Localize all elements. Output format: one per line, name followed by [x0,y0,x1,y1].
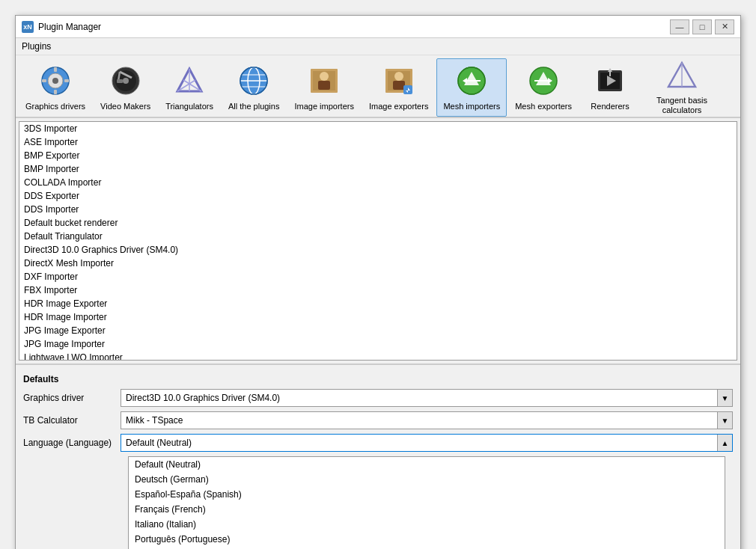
graphics-driver-combo[interactable]: Direct3D 10.0 Graphics Driver (SM4.0) ▼ [121,389,733,407]
tab-video-makers[interactable]: Video Makers [94,58,157,117]
language-row: Language (Language) Default (Neutral) ▲ [23,434,733,452]
renderers-icon [592,63,628,99]
tab-all-plugins[interactable]: All the plugins [222,58,287,117]
defaults-section: Defaults Graphics driver Direct3D 10.0 G… [16,368,740,549]
plugin-manager-window: xN Plugin Manager — □ ✕ Plugins [15,15,741,549]
svg-rect-3 [42,79,46,82]
plugin-item[interactable]: DirectX Mesh Importer [19,257,737,270]
tb-calculator-arrow[interactable]: ▼ [717,412,732,429]
svg-rect-4 [64,79,69,82]
app-icon: xN [22,21,34,33]
graphics-drivers-label: Graphics drivers [25,102,85,111]
graphics-driver-row: Graphics driver Direct3D 10.0 Graphics D… [23,389,733,407]
tb-calculator-value: Mikk - TSpace [126,415,714,426]
tab-mesh-exporters[interactable]: Mesh exporters [508,58,579,117]
maximize-button[interactable]: □ [692,19,712,34]
language-value: Default (Neutral) [126,438,714,448]
mesh-importers-icon [454,63,490,99]
plugin-item[interactable]: COLLADA Importer [19,176,737,189]
minimize-button[interactable]: — [670,19,689,34]
svg-point-2 [52,78,58,84]
plugin-item[interactable]: DXF Importer [19,270,737,283]
toolbar: Graphics drivers Video Makers [16,55,740,118]
plugins-menu[interactable]: Plugins [22,41,51,52]
plugin-item[interactable]: HDR Image Importer [19,310,737,324]
graphics-drivers-icon [37,63,73,99]
renderers-label: Renderers [591,102,629,111]
titlebar-controls: — □ ✕ [670,19,734,34]
language-combo[interactable]: Default (Neutral) ▲ [121,434,733,452]
tab-image-importers[interactable]: Image importers [287,58,360,117]
tangent-basis-icon [664,60,700,93]
language-dropdown[interactable]: Default (Neutral)Deutsch (German)Español… [128,456,725,549]
mesh-importers-label: Mesh importers [443,102,500,111]
graphics-driver-value: Direct3D 10.0 Graphics Driver (SM4.0) [126,393,714,403]
image-exporters-label: Image exporters [369,102,428,111]
plugin-item[interactable]: BMP Exporter [19,149,737,162]
svg-rect-12 [117,79,123,83]
window-title: Plugin Manager [38,22,670,32]
plugin-item[interactable]: Default bucket renderer [19,216,737,230]
video-makers-icon [108,63,144,99]
all-plugins-icon [236,63,272,99]
svg-rect-6 [54,90,57,94]
language-label: Language (Language) [23,438,121,448]
plugin-item[interactable]: 3DS Importer [19,122,737,135]
language-option-espanol-spanish[interactable]: Español-España (Spanish) [129,487,725,502]
video-makers-label: Video Makers [100,102,150,111]
language-option-portugues-portuguese[interactable]: Português (Portuguese) [129,532,725,547]
menu-bar: Plugins [16,38,740,55]
mesh-exporters-label: Mesh exporters [515,102,572,111]
close-window-button[interactable]: ✕ [715,19,734,34]
section-divider [16,364,740,365]
image-importers-label: Image importers [294,102,353,111]
plugin-item[interactable]: HDR Image Exporter [19,297,737,310]
svg-rect-30 [393,81,405,90]
plugin-item[interactable]: BMP Importer [19,162,737,176]
tab-mesh-importers[interactable]: Mesh importers [436,58,507,117]
language-option-deutsch-german[interactable]: Deutsch (German) [129,472,725,487]
tb-calculator-row: TB Calculator Mikk - TSpace ▼ [23,411,733,429]
svg-point-9 [123,78,129,84]
plugin-item[interactable]: Lightwave LWO Importer [19,351,737,361]
tab-graphics-drivers[interactable]: Graphics drivers [19,58,92,117]
language-option-italiano-italian[interactable]: Italiano (Italian) [129,517,725,532]
svg-rect-5 [54,67,57,72]
tab-triangulators[interactable]: Triangulators [159,58,220,117]
svg-marker-46 [608,68,612,72]
plugin-list[interactable]: 3DS ImporterASE ImporterBMP ExporterBMP … [19,121,737,361]
tab-image-exporters[interactable]: Image exporters [362,58,435,117]
tangent-basis-label: Tangent basis calculators [648,96,716,115]
tab-renderers[interactable]: Renderers [580,58,640,117]
language-option-default-neutral[interactable]: Default (Neutral) [129,457,725,472]
svg-point-25 [320,72,329,81]
plugin-item[interactable]: JPG Image Exporter [19,324,737,337]
svg-point-29 [394,72,403,81]
all-plugins-label: All the plugins [228,102,280,111]
plugin-item[interactable]: Direct3D 10.0 Graphics Driver (SM4.0) [19,243,737,257]
tb-calculator-combo[interactable]: Mikk - TSpace ▼ [121,411,733,429]
tab-tangent-basis[interactable]: Tangent basis calculators [641,58,722,117]
plugin-item[interactable]: JPG Image Importer [19,337,737,351]
svg-rect-26 [318,81,330,90]
mesh-exporters-icon [525,63,561,99]
plugin-item[interactable]: ASE Importer [19,135,737,149]
plugin-item[interactable]: DDS Exporter [19,189,737,203]
language-option-francais-french[interactable]: Français (French) [129,502,725,517]
language-arrow[interactable]: ▲ [717,435,732,451]
image-exporters-icon [381,63,417,99]
defaults-title: Defaults [23,374,733,384]
titlebar: xN Plugin Manager — □ ✕ [16,16,740,38]
plugin-item[interactable]: FBX Importer [19,283,737,297]
plugin-item[interactable]: DDS Importer [19,203,737,216]
graphics-driver-arrow[interactable]: ▼ [717,390,732,406]
triangulators-icon [171,63,207,99]
plugin-item[interactable]: Default Triangulator [19,230,737,243]
graphics-driver-label: Graphics driver [23,393,121,403]
tb-calculator-label: TB Calculator [23,415,121,426]
triangulators-label: Triangulators [165,102,213,111]
image-importers-icon [306,63,342,99]
